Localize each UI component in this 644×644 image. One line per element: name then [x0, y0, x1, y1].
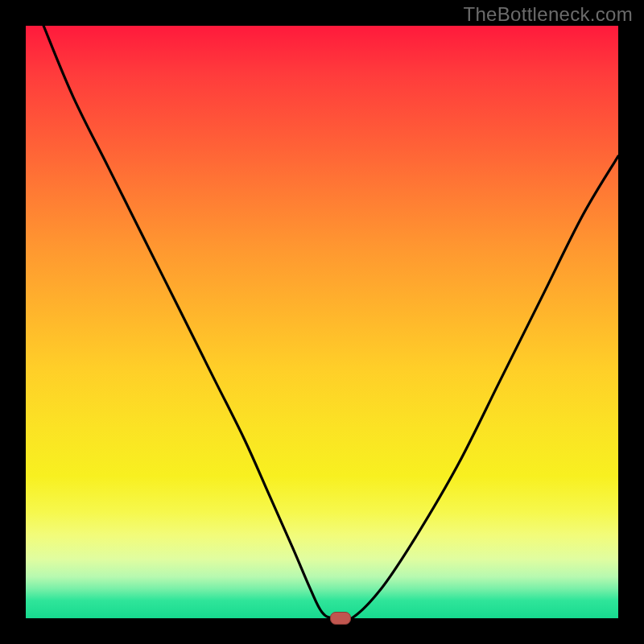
bottleneck-curve [43, 26, 618, 618]
chart-frame: TheBottleneck.com [0, 0, 644, 644]
plot-area [26, 26, 618, 618]
optimum-marker [330, 612, 351, 625]
curve-svg [26, 26, 618, 618]
watermark-text: TheBottleneck.com [463, 3, 633, 26]
